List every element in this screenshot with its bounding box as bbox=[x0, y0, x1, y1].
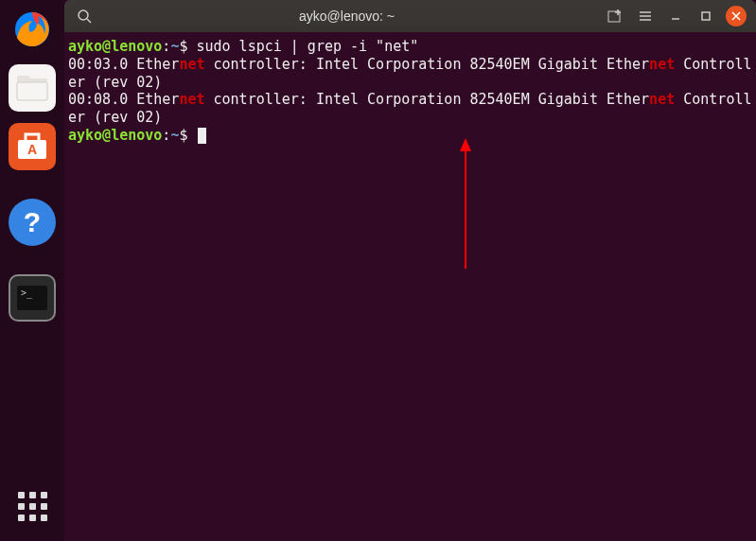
prompt-user: ayko@lenovo bbox=[68, 38, 162, 55]
terminal-body[interactable]: ayko@lenovo:~$ sudo lspci | grep -i "net… bbox=[64, 32, 756, 541]
minimize-button[interactable] bbox=[663, 4, 688, 28]
svg-rect-3 bbox=[17, 82, 47, 100]
svg-rect-17 bbox=[702, 12, 710, 20]
prompt-user: ayko@lenovo bbox=[68, 127, 162, 144]
close-icon bbox=[731, 11, 741, 21]
help-icon: ? bbox=[24, 206, 41, 238]
terminal-icon: >_ bbox=[13, 282, 51, 314]
new-tab-icon bbox=[607, 9, 623, 24]
output-line: 00:08.0 Ether bbox=[68, 91, 179, 108]
close-button[interactable] bbox=[724, 4, 748, 28]
grep-match: net bbox=[649, 56, 675, 73]
grep-match: net bbox=[179, 91, 204, 108]
maximize-icon bbox=[699, 9, 712, 23]
svg-marker-21 bbox=[460, 138, 471, 151]
dock: A ? >_ bbox=[0, 0, 64, 541]
search-button[interactable] bbox=[72, 4, 97, 28]
menu-button[interactable] bbox=[633, 4, 658, 28]
dock-apps[interactable] bbox=[9, 482, 56, 530]
dock-terminal[interactable]: >_ bbox=[9, 274, 56, 322]
dock-software[interactable]: A bbox=[9, 123, 56, 170]
svg-text:A: A bbox=[27, 142, 37, 157]
output-line: controller: Intel Corporation 82540EM Gi… bbox=[205, 56, 650, 73]
grep-match: net bbox=[179, 56, 204, 73]
svg-text:>_: >_ bbox=[21, 288, 33, 299]
dock-firefox[interactable] bbox=[9, 6, 56, 53]
software-icon: A bbox=[16, 132, 48, 161]
svg-rect-2 bbox=[17, 76, 30, 81]
firefox-icon bbox=[12, 9, 52, 49]
command-text: sudo lspci | grep -i "net" bbox=[196, 38, 418, 55]
cursor bbox=[198, 128, 206, 144]
dock-files[interactable] bbox=[9, 64, 56, 112]
output-line: 00:03.0 Ether bbox=[68, 56, 179, 73]
annotation-arrow bbox=[459, 138, 472, 270]
terminal-window: ayko@lenovo: ~ bbox=[64, 0, 756, 541]
dock-help[interactable]: ? bbox=[9, 199, 56, 246]
maximize-button[interactable] bbox=[694, 4, 718, 28]
output-line: controller: Intel Corporation 82540EM Gi… bbox=[205, 91, 650, 108]
grep-match: net bbox=[649, 91, 675, 108]
files-icon bbox=[16, 75, 48, 101]
svg-line-9 bbox=[87, 19, 91, 23]
titlebar[interactable]: ayko@lenovo: ~ bbox=[64, 0, 756, 32]
minimize-icon bbox=[669, 9, 682, 23]
new-tab-button[interactable] bbox=[603, 4, 627, 28]
hamburger-icon bbox=[638, 9, 653, 24]
svg-point-8 bbox=[79, 10, 88, 20]
window-title: ayko@lenovo: ~ bbox=[97, 9, 597, 24]
search-icon bbox=[77, 9, 92, 24]
